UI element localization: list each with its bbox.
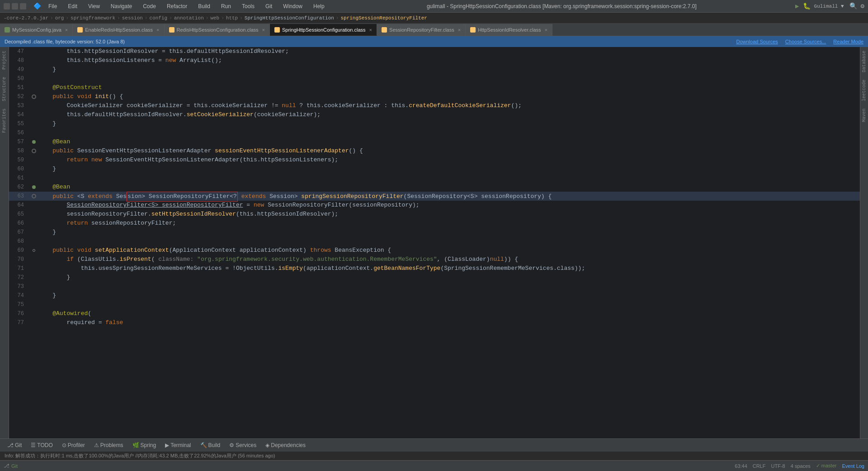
table-row: 50 <box>9 74 860 83</box>
menu-tools[interactable]: Tools <box>238 2 258 10</box>
tab-redishttpsession[interactable]: RedisHttpSessionConfiguration.class × <box>165 24 270 36</box>
tab-label: MySessionConfig.java <box>12 27 61 33</box>
project-label[interactable]: Project <box>1 47 7 73</box>
structure-label[interactable]: Structure <box>1 73 7 105</box>
terminal-tool[interactable]: ▶ Terminal <box>161 441 194 449</box>
window-title: gulimall - SpringHttpSessionConfiguratio… <box>332 3 792 9</box>
reader-mode-link[interactable]: Reader Mode <box>833 39 863 44</box>
breadcrumb-item[interactable]: session <box>122 15 143 21</box>
menu-edit[interactable]: Edit <box>64 2 81 10</box>
menu-run[interactable]: Run <box>217 2 235 10</box>
table-row: 47 this.httpSessionIdResolver = this.def… <box>9 47 860 56</box>
tab-close[interactable]: × <box>262 27 265 33</box>
table-row: 55 } <box>9 119 860 128</box>
menu-view[interactable]: View <box>85 2 104 10</box>
menu-file[interactable]: File <box>45 2 61 10</box>
status-bar: ⎇ Git 63:44 CRLF UTF-8 4 spaces ✓ master… <box>0 460 868 471</box>
tab-springhttpsession[interactable]: SpringHttpSessionConfiguration.class × <box>270 24 377 36</box>
build-tool[interactable]: 🔨 Build <box>197 441 224 449</box>
services-tool[interactable]: ⚙ Services <box>226 441 260 449</box>
todo-label: TODO <box>37 442 52 448</box>
search-icon[interactable]: 🔍 <box>849 2 857 10</box>
tab-close[interactable]: × <box>458 27 461 33</box>
tab-mysessionconfig[interactable]: MySessionConfig.java × <box>0 24 73 36</box>
problems-tool[interactable]: ⚠ Problems <box>90 441 127 449</box>
table-row: 69 public void setApplicationContext(App… <box>9 246 860 255</box>
tab-icon <box>382 27 387 33</box>
git-label: Git <box>15 442 22 448</box>
tab-close[interactable]: × <box>156 27 159 33</box>
dependencies-icon: ◈ <box>265 442 269 448</box>
tab-sessionrepositoryfilter[interactable]: SessionRepositoryFilter.class × <box>377 24 466 36</box>
table-row: 68 <box>9 237 860 246</box>
infobar-text: Decompiled .class file, bytecode version… <box>5 39 125 44</box>
table-row: 66 return sessionRepositoryFilter; <box>9 219 860 228</box>
tab-icon <box>470 27 476 33</box>
tab-enableredishttpsession[interactable]: EnableRedisHttpSession.class × <box>73 24 164 36</box>
download-sources-link[interactable]: Download Sources <box>736 39 778 44</box>
menu-window[interactable]: Window <box>279 2 306 10</box>
table-row: 58 public SessionEventHttpSessionListene… <box>9 146 860 155</box>
vcs-branch[interactable]: ✓ master <box>816 463 837 469</box>
tab-label: EnableRedisHttpSession.class <box>85 27 153 33</box>
breadcrumb-item[interactable]: springframework <box>71 15 115 21</box>
debug-button[interactable]: 🐛 <box>803 2 811 10</box>
spring-tool[interactable]: 🌿 Spring <box>129 441 160 449</box>
dependencies-tool[interactable]: ◈ Dependencies <box>262 441 309 449</box>
services-icon: ⚙ <box>229 442 234 448</box>
table-row: 62 @Bean <box>9 183 860 192</box>
table-row: 60 } <box>9 165 860 174</box>
tab-close[interactable]: × <box>65 27 68 33</box>
spring-icon: 🌿 <box>132 442 139 448</box>
profiler-label: Profiler <box>68 442 85 448</box>
menu-refactor[interactable]: Refactor <box>163 2 191 10</box>
breadcrumb-item[interactable]: org <box>55 15 64 21</box>
leetcode-label[interactable]: leetcode <box>861 78 867 103</box>
breadcrumb-item[interactable]: web <box>210 15 219 21</box>
run-dropdown[interactable]: Gulimall ▼ <box>814 4 844 9</box>
maven-label[interactable]: Maven <box>861 107 867 124</box>
bottom-toolbar: ⎇ Git ☰ TODO ⊙ Profiler ⚠ Problems 🌿 Spr… <box>0 438 868 451</box>
git-tool[interactable]: ⎇ Git <box>4 441 25 449</box>
minimize-button[interactable] <box>4 3 10 9</box>
table-row: 56 <box>9 128 860 137</box>
breadcrumb-item[interactable]: http <box>226 15 238 21</box>
favorites-label[interactable]: Favorites <box>1 105 7 137</box>
git-branch: Git <box>11 463 18 469</box>
charset[interactable]: UTF-8 <box>771 463 785 469</box>
breadcrumb-item[interactable]: -core-2.7.0.jar <box>4 15 48 21</box>
window-controls[interactable] <box>4 3 26 9</box>
run-button[interactable]: ▶ <box>795 2 799 10</box>
settings-icon[interactable]: ⚙ <box>861 2 864 10</box>
todo-tool[interactable]: ☰ TODO <box>27 441 56 449</box>
tab-httpsessionidresolver[interactable]: HttpSessionIdResolver.class × <box>466 24 552 36</box>
maximize-button[interactable] <box>12 3 18 9</box>
tab-close[interactable]: × <box>545 27 547 33</box>
menu-git[interactable]: Git <box>262 2 276 10</box>
tabs-bar: MySessionConfig.java × EnableRedisHttpSe… <box>0 24 868 36</box>
menu-navigate[interactable]: Navigate <box>107 2 136 10</box>
breadcrumb-item[interactable]: annotation <box>174 15 204 21</box>
table-row: 59 return new SessionEventHttpSessionLis… <box>9 155 860 165</box>
cursor-position[interactable]: 63:44 <box>735 463 747 469</box>
database-label[interactable]: Database <box>861 49 867 74</box>
breadcrumb-item-method[interactable]: springSessionRepositoryFilter <box>340 15 427 21</box>
todo-icon: ☰ <box>31 442 36 448</box>
menu-help[interactable]: Help <box>310 2 328 10</box>
line-ending[interactable]: CRLF <box>753 463 766 469</box>
breadcrumb-item-active[interactable]: SpringHttpSessionConfiguration <box>245 15 334 21</box>
titlebar: 🔷 File Edit View Navigate Code Refactor … <box>0 0 868 13</box>
code-lines: 47 this.httpSessionIdResolver = this.def… <box>9 47 860 327</box>
close-button[interactable] <box>20 3 26 9</box>
menu-code[interactable]: Code <box>139 2 160 10</box>
breadcrumb-item[interactable]: config <box>150 15 168 21</box>
choose-sources-link[interactable]: Choose Sources... <box>785 39 826 44</box>
menu-build[interactable]: Build <box>194 2 214 10</box>
tab-close[interactable]: × <box>369 27 372 33</box>
git-status[interactable]: ⎇ Git <box>4 463 18 469</box>
profiler-tool[interactable]: ⊙ Profiler <box>58 441 89 449</box>
event-log[interactable]: Event Log <box>842 463 864 469</box>
indent[interactable]: 4 spaces <box>791 463 811 469</box>
tab-label: SpringHttpSessionConfiguration.class <box>282 27 366 33</box>
app-icon: 🔷 <box>33 2 41 10</box>
